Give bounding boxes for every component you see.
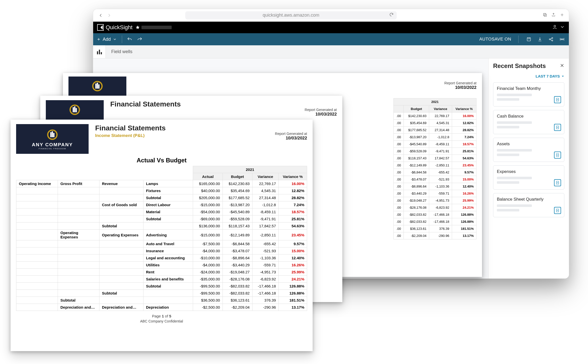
col-budget: Budget xyxy=(223,173,252,180)
doc-title: Financial Statements xyxy=(95,124,166,132)
save-as-button[interactable] xyxy=(526,36,532,43)
svg-rect-10 xyxy=(556,98,559,101)
table-row: .00 $36,123.61 376.39 181.51% xyxy=(394,225,476,232)
snapshot-card[interactable]: Financial Team Monthy xyxy=(493,82,564,106)
editor-toolbar: Add AUTOSAVE ON xyxy=(93,33,569,45)
footer-page-num: 1 xyxy=(162,314,164,318)
share-icon[interactable] xyxy=(551,13,556,18)
table-row: Legal and accounting -$10,000.00 -$8,896… xyxy=(16,254,307,262)
svg-rect-3 xyxy=(527,38,530,41)
table-row: .00 -$8,896.64 -1,103.36 12.40% xyxy=(394,183,476,190)
table-row: .00 -$2,209.04 -290.96 13.17% xyxy=(394,232,476,239)
separator xyxy=(122,35,122,43)
generated-label: Report Generated at xyxy=(275,132,307,136)
svg-rect-18 xyxy=(98,84,99,89)
add-button[interactable]: Add xyxy=(97,37,117,42)
table-row: .00 $35,454.69 4,545.31 12.82% xyxy=(394,120,476,127)
table-row: .00 -$6,844.58 -655.42 9.57% xyxy=(394,169,476,176)
svg-rect-26 xyxy=(53,133,54,137)
undo-button[interactable] xyxy=(127,37,132,42)
skeleton-line xyxy=(497,121,532,124)
snapshot-card[interactable]: Expenses xyxy=(493,165,564,190)
browser-address-bar[interactable]: quicksight.aws.amazon.com xyxy=(185,11,397,19)
skeleton-line xyxy=(497,204,532,207)
redo-button[interactable] xyxy=(137,37,142,42)
browser-forward-button[interactable] xyxy=(106,12,112,18)
caret-down-icon xyxy=(561,75,564,78)
table-row: Salaries and benefits -$35,000.00 -$28,1… xyxy=(16,276,307,283)
tabs-icon[interactable] xyxy=(543,13,547,18)
snapshot-title: Balance Sheet Quarterly xyxy=(497,197,561,202)
section-heading: Actual Vs Budget xyxy=(11,157,313,164)
snapshot-card[interactable]: Cash Balance xyxy=(493,110,564,134)
visual-type-icon[interactable] xyxy=(93,45,106,58)
company-name: ANY COMPANY xyxy=(32,142,73,148)
col-budget: Budget xyxy=(404,105,429,113)
year-header: 2021 xyxy=(394,98,476,105)
analysis-title-placeholder xyxy=(141,26,172,29)
svg-rect-0 xyxy=(543,13,546,16)
product-name: QuickSight xyxy=(106,24,132,31)
footer-confidential: ABC Company Confidential xyxy=(11,319,313,323)
table-row: Depreciation and… Depreciation and… Depr… xyxy=(16,304,307,311)
reload-icon[interactable] xyxy=(389,12,394,18)
pdf-icon[interactable] xyxy=(554,96,561,103)
doc-title: Financial Statements xyxy=(110,100,181,108)
quicksight-logo[interactable]: QuickSight xyxy=(97,24,132,31)
close-panel-button[interactable] xyxy=(560,63,564,69)
svg-rect-11 xyxy=(556,126,559,129)
new-tab-icon[interactable] xyxy=(560,13,564,18)
svg-rect-25 xyxy=(52,131,53,137)
browser-toolbar: quicksight.aws.amazon.com xyxy=(93,9,569,22)
table-row: Insurance -$4,000.00 -$3,478.07 -521.93 … xyxy=(16,247,307,254)
svg-rect-21 xyxy=(74,106,76,112)
table-row: Material -$54,000.00 -$45,540.89 -8,459.… xyxy=(16,208,307,215)
back-partial-table: 2021 Budget Variance Variance % .00 $142… xyxy=(393,98,476,239)
svg-rect-13 xyxy=(556,181,559,184)
snapshot-card[interactable]: Balance Sheet Quarterly xyxy=(493,193,564,217)
table-row: Subtotal -$99,500.00 -$82,033.82 -17,466… xyxy=(16,290,307,297)
doc-subtitle: Income Statement (P&L) xyxy=(95,133,166,138)
table-row: .00 $142,230.83 22,769.17 16.00% xyxy=(394,113,476,120)
generated-label: Report Generated at xyxy=(444,81,476,85)
table-row: Utilities -$4,000.00 -$3,440.29 -559.71 … xyxy=(16,262,307,269)
snapshot-title: Cash Balance xyxy=(497,114,561,119)
url-text: quicksight.aws.amazon.com xyxy=(263,13,319,18)
browser-actions xyxy=(543,13,564,18)
share-button[interactable] xyxy=(548,36,554,43)
table-row: Rent -$24,000.00 -$19,048.27 -4,951.73 2… xyxy=(16,269,307,276)
skeleton-line xyxy=(497,149,532,152)
field-wells-label[interactable]: Field wells xyxy=(106,45,569,58)
analysis-tab[interactable] xyxy=(135,25,172,30)
browser-back-button[interactable] xyxy=(98,12,104,18)
col-variance: Variance xyxy=(429,105,452,113)
pdf-icon[interactable] xyxy=(554,124,561,131)
page-footer: Page 1 of 5 ABC Company Confidential xyxy=(11,314,313,323)
separator xyxy=(518,35,519,43)
table-row: Operating Income Gross Profit Revenue La… xyxy=(16,180,307,187)
table-row: .00 -$13,987.20 -1,012.8 7.24% xyxy=(394,134,476,141)
company-logo: ANY COMPANY FINANCIAL FREEDOM xyxy=(16,124,89,154)
pdf-icon[interactable] xyxy=(554,152,561,159)
table-row: .00 -$19,048.27 -4,951.73 25.99% xyxy=(394,197,476,204)
table-row: Subtotal $36,500.00 $36,123.61 376.39 18… xyxy=(16,297,307,304)
table-row: Subtotal -$69,000.00 -$59,528.09 -9,471.… xyxy=(16,215,307,223)
footer-prefix: Page xyxy=(152,314,162,318)
skeleton-line xyxy=(497,94,532,96)
pdf-icon[interactable] xyxy=(554,179,561,186)
svg-point-2 xyxy=(554,25,556,27)
svg-rect-7 xyxy=(97,51,98,54)
pdf-icon[interactable] xyxy=(554,207,561,214)
snapshot-card[interactable]: Assets xyxy=(493,138,564,162)
user-icon[interactable] xyxy=(552,24,557,30)
snapshots-filter[interactable]: LAST 7 DAYS xyxy=(493,74,564,78)
expand-button[interactable] xyxy=(559,36,565,43)
export-button[interactable] xyxy=(537,36,543,43)
col-variance: Variance xyxy=(252,173,278,180)
svg-rect-22 xyxy=(76,108,77,112)
skeleton-line xyxy=(497,126,519,128)
skeleton-line xyxy=(497,181,519,184)
table-row: .00 -$45,540.89 -8,459.11 18.57% xyxy=(394,141,476,148)
snapshot-title: Assets xyxy=(497,141,561,147)
chevron-down-icon[interactable] xyxy=(560,24,565,30)
